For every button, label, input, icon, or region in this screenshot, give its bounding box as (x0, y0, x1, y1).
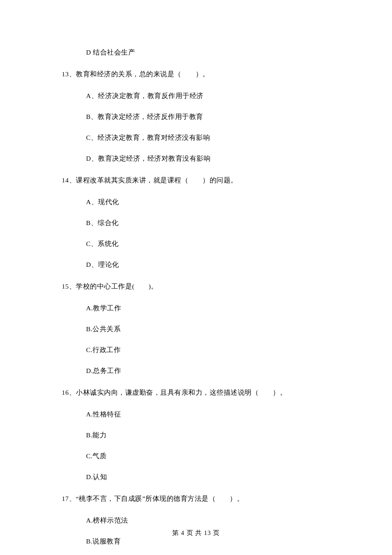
option-list: A.性格特征 B.能力 C.气质 D.认知 (86, 410, 330, 482)
question-stem: 14、课程改革就其实质来讲，就是课程（ ）的问题。 (62, 176, 330, 185)
option-c: C、经济决定教育，教育对经济没有影响 (86, 133, 330, 142)
question-16: 16、小林诚实内向，谦虚勤奋，且具有亲和力，这些描述说明（ ）。 A.性格特征 … (62, 388, 330, 482)
option-a: A、经济决定教育，教育反作用于经济 (86, 92, 330, 101)
option-d: D、教育决定经济，经济对教育没有影响 (86, 154, 330, 163)
question-stem: 17、“桃李不言，下自成蹊”所体现的德育方法是（ ）。 (62, 494, 330, 503)
option-list: A.教学工作 B.公共关系 C.行政工作 D.总务工作 (86, 304, 330, 376)
option-b: B、综合化 (86, 219, 330, 228)
option-a: A.榜样示范法 (86, 516, 330, 525)
option-a: A、现代化 (86, 198, 330, 207)
question-stem: 13、教育和经济的关系，总的来说是（ ）。 (62, 70, 330, 79)
page-content: D 结合社会生产 13、教育和经济的关系，总的来说是（ ）。 A、经济决定教育，… (0, 0, 392, 555)
option-b: B.公共关系 (86, 325, 330, 334)
option-c: C、系统化 (86, 240, 330, 249)
question-17: 17、“桃李不言，下自成蹊”所体现的德育方法是（ ）。 A.榜样示范法 B.说服… (62, 494, 330, 555)
option-a: A.教学工作 (86, 304, 330, 313)
option-c: C.气质 (86, 452, 330, 461)
option-b: B.说服教育 (86, 537, 330, 546)
question-stem: 15、学校的中心工作是( )。 (62, 282, 330, 291)
option-d: D.总务工作 (86, 367, 330, 376)
question-15: 15、学校的中心工作是( )。 A.教学工作 B.公共关系 C.行政工作 D.总… (62, 282, 330, 376)
option-d: D、理论化 (86, 260, 330, 269)
option-list: A、现代化 B、综合化 C、系统化 D、理论化 (86, 198, 330, 269)
option-a: A.性格特征 (86, 410, 330, 419)
option-b: B、教育决定经济，经济反作用于教育 (86, 113, 330, 121)
question-13: 13、教育和经济的关系，总的来说是（ ）。 A、经济决定教育，教育反作用于经济 … (62, 70, 330, 163)
option-d: D.认知 (86, 473, 330, 482)
option-b: B.能力 (86, 431, 330, 440)
question-14: 14、课程改革就其实质来讲，就是课程（ ）的问题。 A、现代化 B、综合化 C、… (62, 176, 330, 269)
question-stem: 16、小林诚实内向，谦虚勤奋，且具有亲和力，这些描述说明（ ）。 (62, 388, 330, 397)
orphan-option: D 结合社会生产 (86, 48, 330, 57)
page-footer: 第 4 页 共 13 页 (0, 529, 392, 537)
option-list: A、经济决定教育，教育反作用于经济 B、教育决定经济，经济反作用于教育 C、经济… (86, 92, 330, 163)
option-c: C.行政工作 (86, 346, 330, 355)
